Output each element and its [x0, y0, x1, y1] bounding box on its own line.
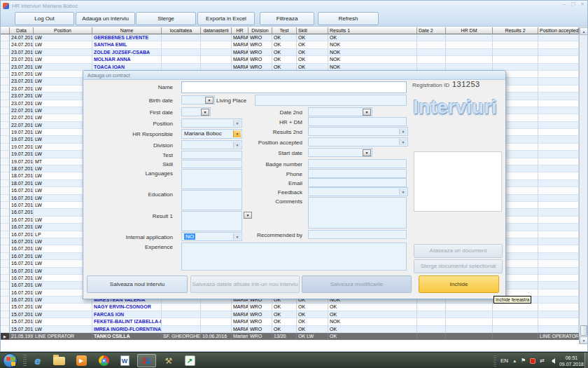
- cell-data[interactable]: 16.07.2013: [10, 238, 34, 245]
- cell-data[interactable]: 16.07.2013: [10, 268, 34, 275]
- cell-data[interactable]: 23.07.2013: [10, 78, 34, 85]
- dialog-titlebar[interactable]: Adauga un contract: [83, 71, 505, 80]
- cell-hrdm[interactable]: [446, 318, 493, 325]
- cell-name[interactable]: TANKO CSILLA: [92, 333, 162, 340]
- cell-datanasterii[interactable]: [201, 56, 232, 63]
- cell-pos_acc[interactable]: [538, 195, 579, 202]
- cell-date2[interactable]: [417, 318, 446, 325]
- column-header-results2[interactable]: Results 2: [493, 27, 538, 34]
- column-header-data[interactable]: Data: [10, 27, 34, 34]
- cell-division[interactable]: WRO: [248, 318, 272, 325]
- cell-position[interactable]: LW: [34, 304, 92, 311]
- column-header-test[interactable]: Test: [272, 27, 297, 34]
- cell-pos_acc[interactable]: [538, 114, 579, 121]
- cell-localitatea[interactable]: [162, 311, 201, 318]
- row-selector[interactable]: [1, 304, 10, 311]
- cell-division[interactable]: WRO: [248, 333, 272, 340]
- column-header-pos_acc[interactable]: Position accepted: [538, 27, 579, 34]
- cell-data[interactable]: 16.07.2013: [10, 253, 34, 260]
- cell-hrdm[interactable]: [446, 333, 493, 340]
- cell-test[interactable]: 13/20: [272, 333, 297, 340]
- comments-textarea[interactable]: [308, 197, 407, 229]
- hr-interviuri-app-icon[interactable]: [137, 354, 156, 367]
- row-selector[interactable]: [1, 165, 10, 172]
- cell-pos_acc[interactable]: [538, 107, 579, 114]
- cell-data[interactable]: 16.07.2013: [10, 245, 34, 252]
- cell-division[interactable]: WRO: [248, 326, 272, 333]
- result1-dropdown-icon[interactable]: ▼: [244, 212, 252, 219]
- chevron-down-icon[interactable]: ▼: [363, 149, 371, 156]
- cell-date2[interactable]: [417, 49, 446, 56]
- cell-hrdm[interactable]: [446, 326, 493, 333]
- cell-results1[interactable]: OK: [328, 333, 417, 340]
- column-header-name[interactable]: Name: [92, 27, 162, 34]
- cell-skill[interactable]: OK LW: [297, 333, 328, 340]
- row-selector[interactable]: [1, 275, 10, 282]
- cell-test[interactable]: OK: [272, 318, 297, 325]
- cell-pos_acc[interactable]: [538, 78, 579, 85]
- cell-date2[interactable]: [417, 304, 446, 311]
- cell-pos_acc[interactable]: [538, 93, 579, 100]
- cell-hrdm[interactable]: [446, 304, 493, 311]
- cell-data[interactable]: 16.07.2013: [10, 260, 34, 267]
- cell-pos_acc[interactable]: [538, 231, 579, 238]
- cell-date2[interactable]: [417, 333, 446, 340]
- cell-pos_acc[interactable]: [538, 34, 579, 41]
- cell-data[interactable]: 16.07.2013: [10, 209, 34, 216]
- cell-division[interactable]: WRO: [248, 304, 272, 311]
- birth-date-combobox[interactable]: ▼: [181, 95, 215, 104]
- row-selector[interactable]: [1, 217, 10, 224]
- cell-data[interactable]: 19.07.2013: [10, 151, 34, 158]
- cell-data[interactable]: 24.07.2013: [10, 41, 34, 48]
- cell-localitatea[interactable]: SF. GHEORGHE: [162, 333, 201, 340]
- result1-textarea[interactable]: [181, 211, 242, 231]
- cell-skill[interactable]: OK: [297, 34, 328, 41]
- cell-date2[interactable]: [417, 41, 446, 48]
- phone-input[interactable]: [308, 169, 407, 178]
- cell-hrdm[interactable]: [446, 34, 493, 41]
- table-row[interactable]: 23.07.2013LWZOLDE JOZSEF-CSABAMARIANAWRO…: [1, 49, 579, 56]
- cell-results1[interactable]: NOK: [328, 56, 417, 63]
- cell-test[interactable]: OK: [272, 34, 297, 41]
- row-selector[interactable]: [1, 202, 10, 209]
- cell-datanasterii[interactable]: [201, 311, 232, 318]
- cell-pos_acc[interactable]: [538, 304, 579, 311]
- cell-pos_acc[interactable]: [538, 71, 579, 78]
- cell-pos_acc[interactable]: [538, 268, 579, 275]
- cell-datanasterii[interactable]: [201, 49, 232, 56]
- cell-data[interactable]: 16.07.2013: [10, 195, 34, 202]
- cell-pos_acc[interactable]: [538, 144, 579, 151]
- cell-division[interactable]: WRO: [248, 34, 272, 41]
- cell-pos_acc[interactable]: [538, 100, 579, 107]
- row-selector[interactable]: [1, 231, 10, 238]
- cell-results1[interactable]: OK: [328, 326, 417, 333]
- row-selector[interactable]: [1, 238, 10, 245]
- close-dialog-button[interactable]: Inchide: [419, 275, 499, 293]
- experience-textarea[interactable]: [181, 243, 407, 271]
- cell-datanasterii[interactable]: [201, 318, 232, 325]
- cell-data[interactable]: 23.07.2013: [10, 93, 34, 100]
- cell-name[interactable]: FEKETE-BALINT IZABELLA-ETEI: [92, 318, 162, 325]
- cell-data[interactable]: 15.07.2013: [10, 311, 34, 318]
- cell-data[interactable]: 23.07.2013: [10, 64, 34, 71]
- row-selector[interactable]: [1, 158, 10, 165]
- cell-hrdm[interactable]: [446, 311, 493, 318]
- cell-position[interactable]: LW: [34, 326, 92, 333]
- row-selector[interactable]: [1, 289, 10, 297]
- row-selector[interactable]: [1, 100, 10, 107]
- cell-data[interactable]: 18.07.2013: [10, 165, 34, 172]
- column-header-date2[interactable]: Date 2: [417, 27, 446, 34]
- column-header-hr[interactable]: HR: [232, 27, 248, 34]
- table-row[interactable]: 15.07.2013LWFARCAS IONMARIANAWROOKOKOK: [1, 311, 579, 318]
- cell-test[interactable]: OK: [272, 326, 297, 333]
- row-selector[interactable]: [1, 122, 10, 129]
- delete-button[interactable]: Sterge: [136, 12, 196, 25]
- cell-skill[interactable]: OK: [297, 304, 328, 311]
- recommended-by-input[interactable]: [308, 230, 407, 239]
- start-button-icon[interactable]: [3, 353, 18, 368]
- show-desktop-button[interactable]: [584, 353, 588, 368]
- windows-explorer-icon[interactable]: [50, 354, 67, 367]
- cell-data[interactable]: 23.07.2013: [10, 100, 34, 107]
- window-titlebar[interactable]: HR Interviuri Mariana Boboc – ▢ ✕: [1, 1, 587, 11]
- cell-pos_acc[interactable]: [538, 172, 579, 179]
